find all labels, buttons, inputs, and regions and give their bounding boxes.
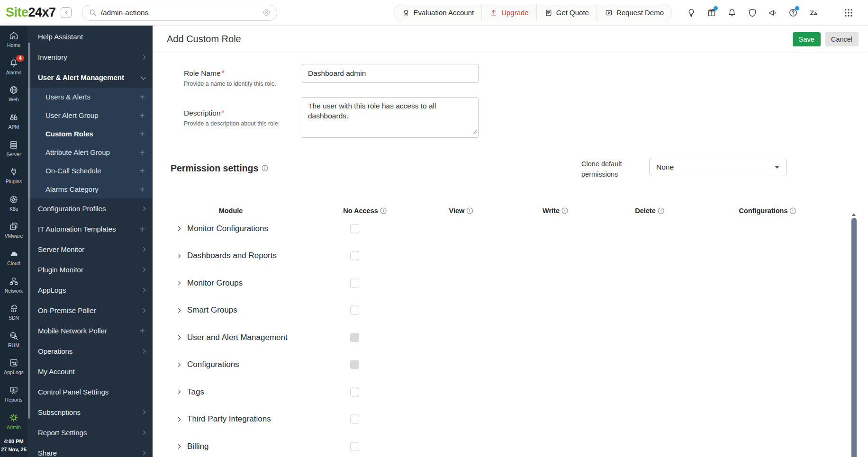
expand-chevron-icon[interactable] (176, 225, 182, 232)
evaluation-account-button[interactable]: Evaluation Account (394, 4, 482, 21)
sidebar-item-server-monitor[interactable]: Server Monitor (27, 239, 153, 260)
no-access-checkbox[interactable] (350, 442, 359, 451)
rail-item-home[interactable]: Home (0, 26, 27, 53)
no-access-checkbox[interactable] (350, 278, 359, 287)
idea-bulb-icon[interactable] (683, 5, 699, 21)
sidebar-item-on-call-schedule[interactable]: On-Call Schedule+ (27, 161, 153, 180)
clear-search-icon[interactable] (262, 8, 271, 17)
sidebar-item-it-automation-templates[interactable]: IT Automation Templates+ (27, 219, 153, 239)
sidebar-item-plugin-monitor[interactable]: Plugin Monitor (27, 260, 153, 280)
gift-icon[interactable] (704, 5, 720, 21)
sidebar-scrollbar[interactable] (28, 43, 30, 419)
plus-icon[interactable]: + (139, 224, 145, 234)
expand-chevron-icon[interactable] (176, 307, 182, 314)
sidebar-item-subscriptions[interactable]: Subscriptions (27, 402, 153, 422)
sidebar-item-alarms-category[interactable]: Alarms Category+ (27, 180, 153, 198)
module-label[interactable]: Third Party Integrations (187, 414, 271, 424)
plugins-plug-icon (9, 167, 19, 177)
sidebar-item-custom-roles[interactable]: Custom Roles+ (27, 125, 153, 143)
module-label[interactable]: Configurations (187, 360, 239, 369)
module-label[interactable]: Tags (187, 387, 204, 397)
plus-icon[interactable]: + (139, 148, 145, 157)
zia-icon[interactable] (805, 5, 822, 21)
rail-item-web[interactable]: Web (0, 80, 27, 108)
upgrade-button[interactable]: Upgrade (481, 4, 536, 21)
no-access-checkbox[interactable] (350, 224, 359, 233)
apps-grid-icon[interactable] (841, 5, 857, 21)
sidebar-item-on-premise-poller[interactable]: On-Premise Poller (27, 300, 153, 321)
module-label[interactable]: Dashboards and Reports (187, 251, 277, 260)
permission-row-tags: Tags (171, 378, 868, 406)
column-header-configurations: Configurations (739, 207, 796, 215)
sidebar-item-inventory[interactable]: Inventory (27, 47, 153, 67)
no-access-checkbox[interactable] (350, 415, 359, 424)
sidebar-item-my-account[interactable]: My Account (27, 361, 153, 382)
expand-chevron-icon[interactable] (176, 334, 182, 341)
expand-chevron-icon[interactable] (176, 280, 182, 286)
permission-settings-heading: Permission settings (171, 163, 268, 174)
module-label[interactable]: Billing (187, 442, 208, 451)
rail-item-apm[interactable]: APM (0, 108, 27, 135)
rail-item-rum[interactable]: RUM (0, 326, 27, 353)
rail-item-vmware[interactable]: VMware (0, 216, 27, 244)
announcements-megaphone-icon[interactable] (765, 5, 781, 21)
module-label[interactable]: Monitor Groups (187, 278, 243, 288)
notification-dot (714, 6, 718, 10)
scroll-up-arrow[interactable] (852, 213, 856, 216)
no-access-checkbox[interactable] (350, 251, 359, 260)
notifications-bell-icon[interactable] (724, 5, 740, 21)
sidebar-item-users-alerts[interactable]: Users & Alerts+ (27, 88, 153, 106)
description-label: Description* Provide a description about… (184, 109, 302, 127)
search-input[interactable] (101, 9, 258, 17)
request-demo-button[interactable]: Request Demo (597, 4, 671, 21)
plus-icon[interactable]: + (139, 166, 145, 176)
rail-item-alarms[interactable]: 4Alarms (0, 53, 27, 81)
role-name-input[interactable] (302, 64, 479, 83)
rail-item-server[interactable]: Server (0, 134, 27, 162)
description-textarea[interactable]: The user with this role has access to al… (302, 97, 479, 138)
sidebar-item-control-panel-settings[interactable]: Control Panel Settings (27, 382, 153, 402)
module-label[interactable]: Smart Groups (187, 305, 237, 315)
rail-item-cloud[interactable]: Cloud (0, 244, 27, 271)
cancel-button[interactable]: Cancel (825, 32, 859, 46)
sidebar-item-report-settings[interactable]: Report Settings (27, 422, 153, 443)
rail-item-reports[interactable]: Reports (0, 380, 27, 408)
save-button[interactable]: Save (793, 32, 821, 46)
get-quote-button[interactable]: Get Quote (536, 4, 597, 21)
sidebar-item-attribute-alert-group[interactable]: Attribute Alert Group+ (27, 143, 153, 161)
module-label[interactable]: Monitor Configurations (187, 224, 268, 233)
sidebar-item-operations[interactable]: Operations (27, 341, 153, 361)
expand-chevron-icon[interactable] (176, 443, 182, 449)
sidebar-item-user-alert-group[interactable]: User Alert Group+ (27, 106, 153, 125)
expand-chevron-icon[interactable] (176, 416, 182, 422)
rail-item-applogs[interactable]: AppLogs (0, 353, 27, 380)
sidebar-item-applogs[interactable]: AppLogs (27, 280, 153, 300)
sidebar-item-mobile-network-poller[interactable]: Mobile Network Poller+ (27, 321, 153, 341)
expand-chevron-icon[interactable] (176, 389, 182, 395)
plus-icon[interactable]: + (139, 185, 145, 194)
sidebar-item-help-assistant[interactable]: Help Assistant (27, 27, 153, 47)
rail-item-sdn[interactable]: SDN (0, 298, 27, 326)
rail-item-network[interactable]: Network (0, 271, 27, 298)
vertical-scrollbar[interactable] (851, 218, 857, 457)
clone-permissions-dropdown[interactable]: None (649, 158, 787, 176)
rail-item-admin[interactable]: Admin (0, 407, 27, 435)
collapse-sidebar-icon[interactable] (61, 7, 72, 18)
plus-icon[interactable]: + (139, 129, 145, 139)
plus-icon[interactable]: + (139, 111, 145, 120)
sidebar-item-configuration-profiles[interactable]: Configuration Profiles (27, 198, 153, 219)
help-icon[interactable] (785, 5, 801, 21)
expand-chevron-icon[interactable] (176, 362, 182, 368)
shield-icon[interactable] (744, 5, 760, 21)
role-name-hint: Provide a name to identify this role. (184, 81, 302, 87)
rail-item-plugins[interactable]: Plugins (0, 162, 27, 189)
plus-icon[interactable]: + (139, 92, 145, 102)
no-access-checkbox[interactable] (350, 387, 359, 396)
rail-item-k8s[interactable]: K8s (0, 189, 27, 217)
sidebar-item-share[interactable]: Share (27, 443, 153, 457)
plus-icon[interactable]: + (139, 326, 145, 336)
no-access-checkbox[interactable] (350, 306, 359, 315)
module-label[interactable]: User and Alert Management (187, 333, 288, 342)
sidebar-item-user-alert-management[interactable]: User & Alert Management (27, 67, 153, 88)
expand-chevron-icon[interactable] (176, 253, 182, 259)
